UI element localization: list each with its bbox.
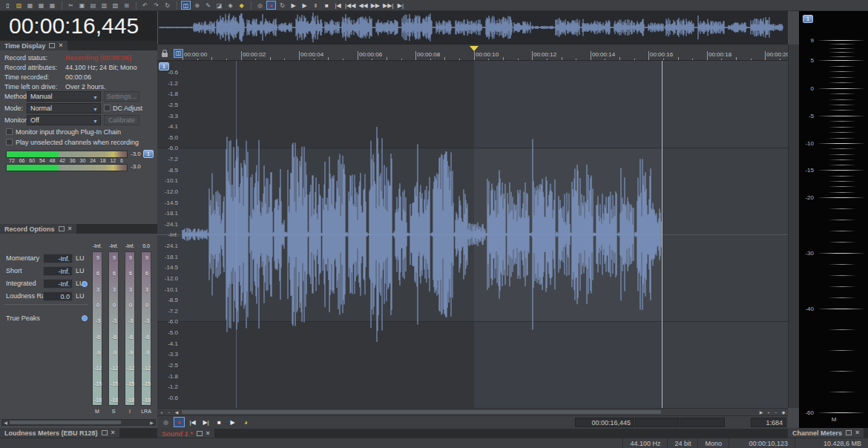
record-icon[interactable]: ● (174, 417, 185, 427)
trim-icon[interactable]: ⊞ (122, 1, 131, 10)
time-display[interactable]: 00:00:16,445 (0, 11, 157, 41)
loudness-meter-top-value: -Inf. (90, 243, 105, 248)
close-icon[interactable]: × (68, 225, 72, 232)
new-file-icon[interactable]: ▯ (3, 1, 13, 10)
go-to-start-icon[interactable]: |◀ (187, 417, 198, 427)
tab-time-display[interactable]: Time Display × (0, 41, 68, 50)
cut-icon[interactable]: ✂ (66, 1, 76, 10)
play-unselected-checkbox[interactable] (6, 139, 13, 145)
method-select[interactable]: Manual ▼ (27, 91, 101, 102)
scrollbar-thumb[interactable] (182, 410, 661, 414)
save-icon[interactable]: ▦ (25, 1, 35, 10)
close-icon[interactable]: × (855, 429, 859, 436)
waveform-canvas[interactable]: 1 -0.6-1.2-1.8-2.5-3.3-4.1-5.0-6.0-7.2-8… (157, 61, 788, 408)
db-scale-label: -4.1 (159, 123, 178, 130)
zoom-in-time-icon[interactable]: + (765, 409, 772, 415)
undo-icon[interactable]: ↶ (140, 1, 150, 10)
record-remote-icon[interactable]: ◎ (255, 1, 265, 10)
edit-tool-icon[interactable]: ◫ (181, 1, 191, 10)
settings-button[interactable]: Settings... (104, 91, 139, 102)
go-to-end-icon[interactable]: ▶| (200, 417, 211, 427)
record-icon[interactable]: ● (266, 1, 276, 10)
envelope-tool-icon[interactable]: ◪ (214, 1, 224, 10)
lock-icon[interactable] (162, 53, 168, 57)
redo-icon[interactable]: ↷ (151, 1, 161, 10)
waveform-overview[interactable] (157, 11, 788, 45)
restore-window-icon[interactable] (49, 43, 55, 48)
channel-meter-scale-label: 5 (799, 57, 814, 64)
stop-icon[interactable]: ■ (214, 417, 225, 427)
loudness-meter-scale-label: 0 (108, 303, 120, 308)
calibrate-button[interactable]: Calibrate (104, 115, 139, 125)
pause-icon[interactable]: ‖ (311, 1, 320, 10)
record-remote-icon[interactable]: ◎ (160, 417, 171, 427)
restore-window-icon[interactable] (846, 430, 852, 435)
scroll-right-icon[interactable]: ▶ (757, 409, 765, 415)
selection-start-box[interactable] (635, 418, 680, 427)
loop-playback-icon[interactable]: ↻ (277, 1, 287, 10)
close-icon[interactable]: × (111, 429, 115, 436)
tab-record-options[interactable]: Record Options × (0, 224, 77, 234)
tab-loudness-meters[interactable]: Loudness Meters (EBU R128) × (0, 428, 120, 438)
paste-to-new-icon[interactable]: ▧ (111, 1, 120, 10)
pencil-tool-icon[interactable]: ✎ (203, 1, 213, 10)
time-ruler[interactable]: ◫ 00:00:0000:00:0200:00:0400:00:0600:00:… (157, 45, 788, 61)
event-tool-icon[interactable]: ◈ (226, 1, 235, 10)
mix-paste-icon[interactable]: ▥ (99, 1, 109, 10)
forward-icon[interactable]: ▶▶ (370, 1, 381, 10)
db-scale-label: -12.0 (159, 188, 178, 195)
save-as-icon[interactable]: ▦ (36, 1, 46, 10)
mode-select[interactable]: Normal ▼ (27, 103, 101, 113)
record-meter-tick-label: 24 (90, 158, 96, 163)
scroll-left-icon[interactable]: ◀ (2, 420, 9, 425)
dc-adjust-checkbox[interactable] (104, 105, 111, 111)
rewind-icon[interactable]: ◀◀ (358, 1, 368, 10)
true-peaks-indicator[interactable] (82, 315, 88, 321)
paste-icon[interactable]: ▤ (88, 1, 98, 10)
play-device-icon[interactable]: ◕ (240, 417, 251, 427)
selection-end-box[interactable] (680, 418, 725, 427)
status-sample-rate: 44.100 Hz (622, 438, 667, 448)
close-icon[interactable]: × (59, 42, 62, 49)
next-marker-icon[interactable]: ▶▶| (382, 1, 394, 10)
close-icon[interactable]: × (206, 430, 210, 437)
channel-meters-badge[interactable]: 1 (803, 15, 813, 23)
restore-window-icon[interactable] (102, 430, 108, 435)
zoom-out-time-icon[interactable]: − (772, 409, 780, 415)
previous-marker-icon[interactable]: |◀◀ (344, 1, 356, 10)
zoom-out-icon[interactable]: − (165, 409, 173, 415)
scroll-left-icon[interactable]: ◀ (173, 409, 180, 415)
ruler-tick (430, 59, 431, 60)
go-to-start-icon[interactable]: |◀ (333, 1, 343, 10)
copy-icon[interactable]: ▣ (77, 1, 87, 10)
repeat-icon[interactable]: ↻ (162, 1, 172, 10)
restore-window-icon[interactable] (59, 226, 65, 231)
selection-start-marker[interactable] (470, 46, 479, 51)
zoom-ratio-box[interactable]: 1:684 (751, 418, 786, 427)
record-channel-badge[interactable]: 1 (143, 150, 154, 158)
magnify-tool-icon[interactable]: ⊕ (192, 1, 202, 10)
scroll-right-icon[interactable]: ▶ (148, 420, 155, 425)
main-waveform (157, 61, 788, 408)
zoom-selection-icon[interactable]: ◆ (780, 409, 787, 415)
play-icon[interactable]: ▶ (227, 417, 238, 427)
scrollbar-thumb[interactable] (10, 421, 121, 424)
play-plugin-chain-icon[interactable]: ▶ (289, 1, 298, 10)
monitor-select[interactable]: Off ▼ (27, 115, 101, 125)
save-all-icon[interactable]: ▦ (47, 1, 57, 10)
stop-icon[interactable]: ■ (322, 1, 332, 10)
horizontal-scrollbar[interactable]: + − ◀ ▶ + − ◆ (157, 408, 788, 415)
loudness-scrollbar[interactable]: ◀ ▶ (1, 419, 156, 426)
zoom-in-icon[interactable]: + (158, 409, 165, 415)
open-file-icon[interactable]: ▨ (14, 1, 24, 10)
plugin-chain-checkbox[interactable] (6, 128, 13, 135)
hand-tool-icon[interactable]: ◆ (237, 1, 246, 10)
vertical-scrollbar[interactable] (788, 45, 799, 408)
go-to-end-icon[interactable]: ▶| (395, 1, 405, 10)
tab-channel-meters[interactable]: Channel Meters × (788, 428, 864, 438)
loudness-row-value: -Inf. (43, 279, 73, 289)
loudness-indicator[interactable] (82, 281, 88, 287)
position-box[interactable]: 00:00:16,445 (575, 418, 634, 427)
play-icon[interactable]: ▶ (300, 1, 309, 10)
restore-window-icon[interactable] (197, 431, 203, 436)
